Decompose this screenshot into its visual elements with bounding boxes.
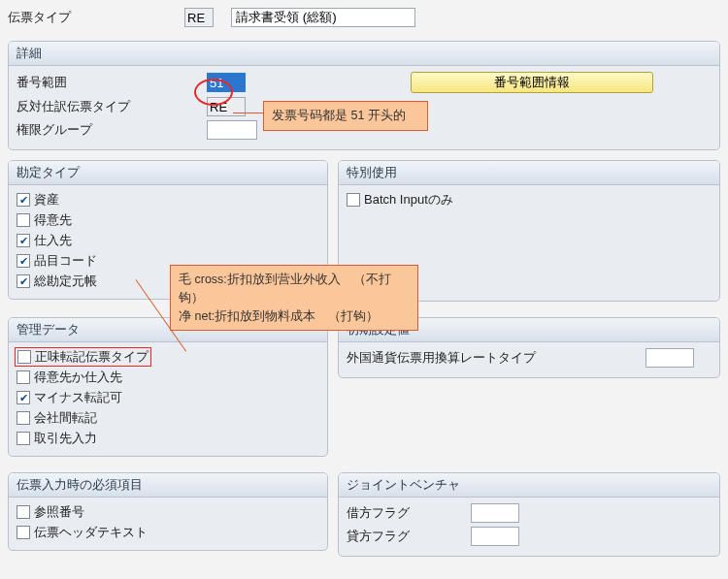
chk-ref-number-label: 参照番号 — [34, 503, 84, 521]
chk-intercompany-label: 会社間転記 — [34, 409, 97, 427]
required-title: 伝票入力時の必須項目 — [9, 473, 327, 498]
rev-type-label: 反対仕訳伝票タイプ — [17, 98, 207, 115]
chk-material[interactable] — [17, 254, 30, 268]
jv-panel: ジョイントベンチャ 借方フラグ 貸方フラグ — [338, 472, 720, 557]
chk-partner[interactable] — [17, 432, 30, 445]
chk-ref-number[interactable] — [17, 505, 30, 519]
fx-rate-type-label: 外国通貨伝票用換算レートタイプ — [347, 349, 638, 367]
chk-vendor-label: 仕入先 — [34, 232, 72, 249]
admin-panel: 管理データ 正味転記伝票タイプ 得意先か仕入先 マイナス転記可 会社間転記 取引… — [8, 317, 328, 457]
chk-intercompany[interactable] — [17, 411, 30, 425]
doc-type-code-input[interactable] — [184, 8, 214, 27]
num-range-info-button[interactable]: 番号範囲情報 — [411, 72, 653, 93]
chk-cust-or-vendor-label: 得意先か仕入先 — [34, 369, 122, 386]
chk-negative-label: マイナス転記可 — [34, 389, 122, 406]
chk-net-post-label: 正味転記伝票タイプ — [35, 348, 149, 366]
detail-panel: 詳細 番号範囲 番号範囲情報 反対仕訳伝票タイプ 権限グループ — [8, 41, 720, 150]
chk-header-text-label: 伝票ヘッダテキスト — [34, 524, 148, 541]
annotation-callout-2: 毛 cross:折扣放到营业外收入 （不打钩） 净 net:折扣放到物料成本 （… — [170, 265, 418, 331]
chk-gl-label: 総勘定元帳 — [34, 273, 97, 290]
debit-flag-label: 借方フラグ — [347, 504, 463, 522]
debit-flag-input[interactable] — [471, 503, 519, 523]
annotation-callout-1: 发票号码都是 51 开头的 — [263, 101, 428, 131]
required-panel: 伝票入力時の必須項目 参照番号 伝票ヘッダテキスト — [8, 472, 328, 551]
chk-partner-label: 取引先入力 — [34, 430, 97, 447]
chk-batch-input-label: Batch Inputのみ — [364, 191, 453, 209]
header-label: 伝票タイプ — [8, 9, 181, 26]
chk-customer-label: 得意先 — [34, 211, 72, 229]
jv-title: ジョイントベンチャ — [339, 473, 719, 498]
detail-panel-title: 詳細 — [9, 42, 719, 66]
fx-rate-type-input[interactable] — [645, 348, 694, 368]
auth-group-label: 権限グループ — [17, 121, 207, 139]
rev-type-input[interactable] — [207, 97, 246, 116]
credit-flag-label: 貸方フラグ — [347, 528, 463, 545]
special-title: 特別使用 — [339, 161, 719, 185]
chk-vendor[interactable] — [17, 234, 30, 247]
chk-asset-label: 資産 — [34, 191, 59, 209]
auth-group-input[interactable] — [207, 120, 257, 140]
annotation-line-1 — [233, 113, 263, 113]
credit-flag-input[interactable] — [471, 527, 519, 546]
chk-cust-or-vendor[interactable] — [17, 370, 30, 384]
chk-net-post[interactable] — [17, 350, 31, 364]
chk-customer[interactable] — [17, 213, 30, 227]
chk-gl[interactable] — [17, 274, 30, 288]
account-type-title: 勘定タイプ — [9, 161, 327, 185]
chk-batch-input[interactable] — [347, 193, 360, 207]
chk-asset[interactable] — [17, 193, 30, 207]
chk-negative[interactable] — [17, 391, 30, 404]
num-range-input[interactable] — [207, 73, 246, 92]
num-range-label: 番号範囲 — [17, 74, 207, 91]
chk-header-text[interactable] — [17, 526, 30, 539]
chk-material-label: 品目コード — [34, 252, 97, 270]
doc-type-desc-input[interactable] — [231, 8, 415, 27]
